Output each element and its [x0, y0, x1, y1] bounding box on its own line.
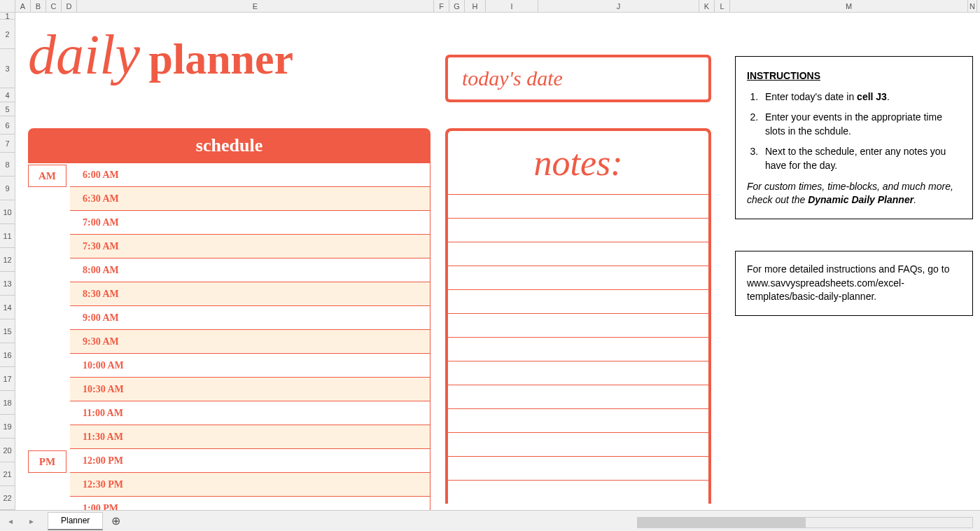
faq-text: For more detailed instructions and FAQs,… [747, 263, 949, 302]
row-header-14[interactable]: 14 [0, 296, 15, 319]
row-header-10[interactable]: 10 [0, 200, 15, 224]
row-headers: 12345678910111213141516171819202122 [0, 13, 15, 510]
schedule-row[interactable]: 6:00 AM [70, 163, 430, 187]
column-header-N[interactable]: N [968, 0, 977, 12]
column-headers: ABCDEFGHIJKLMN [0, 0, 980, 13]
schedule-header-label: schedule [196, 135, 262, 156]
column-header-D[interactable]: D [62, 0, 77, 12]
column-header-B[interactable]: B [31, 0, 46, 12]
horizontal-scrollbar[interactable] [637, 517, 973, 528]
instruction-3: Next to the schedule, enter any notes yo… [761, 145, 961, 172]
row-header-6[interactable]: 6 [0, 116, 15, 135]
schedule-row[interactable]: 8:30 AM [70, 282, 430, 306]
schedule-row[interactable]: 10:30 AM [70, 378, 430, 401]
pm-label: PM [39, 456, 55, 468]
schedule-row[interactable]: 9:30 AM [70, 330, 430, 354]
instruction-2: Enter your events in the appropriate tim… [761, 111, 961, 138]
column-header-corner[interactable] [0, 0, 15, 12]
schedule-row[interactable]: 7:30 AM [70, 235, 430, 258]
schedule-row[interactable]: 8:00 AM [70, 258, 430, 282]
notes-line[interactable] [448, 432, 708, 456]
am-label: AM [38, 170, 56, 182]
notes-line[interactable] [448, 408, 708, 432]
instructions-box: INSTRUCTIONS Enter today's date in cell … [735, 56, 973, 219]
schedule-row[interactable]: 9:00 AM [70, 306, 430, 330]
sheet-tab-planner[interactable]: Planner [48, 512, 103, 530]
schedule-row[interactable]: 12:00 PM [70, 449, 430, 473]
column-header-G[interactable]: G [449, 0, 465, 12]
notes-line[interactable] [448, 289, 708, 313]
column-header-J[interactable]: J [538, 0, 699, 12]
todays-date-box: today's date [445, 55, 711, 102]
notes-line[interactable] [448, 218, 708, 242]
row-header-18[interactable]: 18 [0, 391, 15, 415]
column-header-F[interactable]: F [434, 0, 449, 12]
notes-line[interactable] [448, 337, 708, 361]
notes-label: notes: [533, 142, 622, 184]
row-header-7[interactable]: 7 [0, 135, 15, 153]
sheet-tab-label: Planner [61, 516, 90, 525]
column-header-E[interactable]: E [77, 0, 434, 12]
schedule-row[interactable]: 11:00 AM [70, 401, 430, 425]
column-header-M[interactable]: M [730, 0, 968, 12]
tab-scroll-last-icon[interactable]: ▸ [21, 512, 42, 530]
new-sheet-button[interactable]: ⊕ [106, 513, 125, 530]
faq-box: For more detailed instructions and FAQs,… [735, 251, 973, 316]
title-word-planner: planner [148, 35, 293, 83]
notes-line[interactable] [448, 456, 708, 480]
row-header-9[interactable]: 9 [0, 177, 15, 200]
column-header-K[interactable]: K [699, 0, 715, 12]
instruction-1: Enter today's date in cell J3. [761, 90, 961, 104]
row-header-20[interactable]: 20 [0, 439, 15, 462]
row-header-16[interactable]: 16 [0, 343, 15, 367]
schedule-row[interactable]: 10:00 AM [70, 354, 430, 378]
row-header-21[interactable]: 21 [0, 462, 15, 486]
sheet-tabs-bar: ◂ ▸ Planner ⊕ [0, 510, 980, 531]
schedule-header: schedule [28, 128, 430, 163]
row-header-3[interactable]: 3 [0, 49, 15, 88]
instructions-footer: For custom times, time-blocks, and much … [747, 180, 961, 207]
notes-block: notes: [445, 128, 711, 504]
schedule-row[interactable]: 11:30 AM [70, 425, 430, 449]
row-header-13[interactable]: 13 [0, 272, 15, 296]
row-header-5[interactable]: 5 [0, 102, 15, 116]
todays-date-input-area[interactable]: today's date [448, 57, 708, 99]
row-header-11[interactable]: 11 [0, 224, 15, 248]
column-header-L[interactable]: L [715, 0, 730, 12]
schedule-grid[interactable]: 6:00 AM6:30 AM7:00 AM7:30 AM8:00 AM8:30 … [70, 163, 430, 510]
column-header-H[interactable]: H [465, 0, 486, 12]
notes-title: notes: [448, 131, 708, 194]
column-header-I[interactable]: I [486, 0, 538, 12]
am-badge: AM [28, 165, 66, 187]
schedule-row[interactable]: 7:00 AM [70, 211, 430, 235]
row-header-1[interactable]: 1 [0, 13, 15, 20]
row-header-2[interactable]: 2 [0, 20, 15, 49]
tab-scroll-first-icon[interactable]: ◂ [0, 512, 21, 530]
todays-date-label: today's date [462, 67, 563, 90]
column-header-A[interactable]: A [15, 0, 31, 12]
notes-line[interactable] [448, 194, 708, 218]
schedule-row[interactable]: 1:00 PM [70, 497, 430, 510]
row-header-15[interactable]: 15 [0, 319, 15, 343]
pm-badge: PM [28, 450, 66, 473]
schedule-row[interactable]: 12:30 PM [70, 473, 430, 497]
column-header-C[interactable]: C [46, 0, 62, 12]
notes-lines[interactable] [448, 194, 708, 504]
scrollbar-thumb[interactable] [638, 518, 806, 527]
worksheet-canvas[interactable]: daily planner schedule AM PM 6:00 AM6:30… [15, 13, 980, 510]
notes-line[interactable] [448, 480, 708, 504]
row-header-12[interactable]: 12 [0, 248, 15, 272]
row-header-22[interactable]: 22 [0, 486, 15, 510]
notes-line[interactable] [448, 313, 708, 337]
row-header-17[interactable]: 17 [0, 367, 15, 391]
notes-line[interactable] [448, 361, 708, 385]
row-header-19[interactable]: 19 [0, 415, 15, 439]
row-header-4[interactable]: 4 [0, 88, 15, 102]
notes-line[interactable] [448, 266, 708, 289]
schedule-row[interactable]: 6:30 AM [70, 187, 430, 211]
planner-title: daily planner [28, 27, 293, 84]
notes-line[interactable] [448, 242, 708, 266]
title-word-daily: daily [28, 24, 140, 85]
notes-line[interactable] [448, 385, 708, 408]
row-header-8[interactable]: 8 [0, 153, 15, 177]
